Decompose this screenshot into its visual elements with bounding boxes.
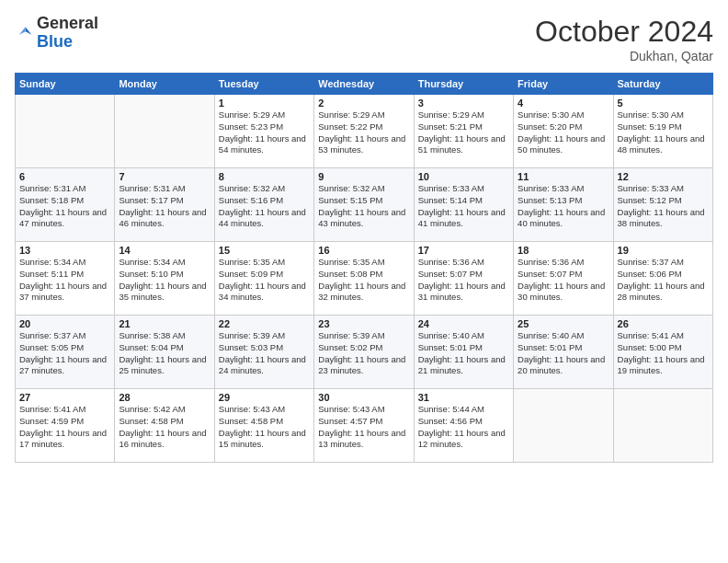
logo-icon xyxy=(15,24,33,42)
week-row-5: 27Sunrise: 5:41 AMSunset: 4:59 PMDayligh… xyxy=(16,389,713,463)
day-info: Sunrise: 5:36 AMSunset: 5:07 PMDaylight:… xyxy=(418,257,509,304)
page-header: General Blue October 2024 Dukhan, Qatar xyxy=(15,15,713,63)
calendar-cell: 5Sunrise: 5:30 AMSunset: 5:19 PMDaylight… xyxy=(613,95,712,168)
calendar-cell: 26Sunrise: 5:41 AMSunset: 5:00 PMDayligh… xyxy=(613,316,712,389)
calendar-cell: 21Sunrise: 5:38 AMSunset: 5:04 PMDayligh… xyxy=(115,316,214,389)
calendar-cell xyxy=(16,95,115,168)
day-info: Sunrise: 5:38 AMSunset: 5:04 PMDaylight:… xyxy=(119,330,210,377)
day-number: 21 xyxy=(119,318,210,329)
calendar-cell: 25Sunrise: 5:40 AMSunset: 5:01 PMDayligh… xyxy=(514,316,613,389)
day-info: Sunrise: 5:29 AMSunset: 5:21 PMDaylight:… xyxy=(418,109,509,156)
title-block: October 2024 Dukhan, Qatar xyxy=(535,15,713,63)
logo-text: General Blue xyxy=(37,15,98,52)
calendar-cell: 12Sunrise: 5:33 AMSunset: 5:12 PMDayligh… xyxy=(613,168,712,242)
calendar-cell: 4Sunrise: 5:30 AMSunset: 5:20 PMDaylight… xyxy=(514,95,613,168)
day-info: Sunrise: 5:35 AMSunset: 5:09 PMDaylight:… xyxy=(219,257,310,304)
col-wednesday: Wednesday xyxy=(314,74,414,95)
svg-marker-1 xyxy=(19,27,26,34)
day-info: Sunrise: 5:41 AMSunset: 4:59 PMDaylight:… xyxy=(19,404,110,451)
day-number: 25 xyxy=(518,318,609,329)
calendar-cell: 27Sunrise: 5:41 AMSunset: 4:59 PMDayligh… xyxy=(16,389,115,463)
day-info: Sunrise: 5:44 AMSunset: 4:56 PMDaylight:… xyxy=(418,404,509,451)
day-number: 30 xyxy=(318,392,409,403)
day-info: Sunrise: 5:31 AMSunset: 5:17 PMDaylight:… xyxy=(119,183,210,230)
day-number: 29 xyxy=(219,392,310,403)
col-thursday: Thursday xyxy=(414,74,513,95)
col-friday: Friday xyxy=(514,74,613,95)
calendar-cell: 24Sunrise: 5:40 AMSunset: 5:01 PMDayligh… xyxy=(414,316,513,389)
day-info: Sunrise: 5:42 AMSunset: 4:58 PMDaylight:… xyxy=(119,404,210,451)
col-monday: Monday xyxy=(115,74,214,95)
day-number: 28 xyxy=(119,392,210,403)
svg-marker-0 xyxy=(26,27,32,34)
calendar-cell xyxy=(613,389,712,463)
day-info: Sunrise: 5:33 AMSunset: 5:12 PMDaylight:… xyxy=(618,183,709,230)
day-number: 31 xyxy=(418,392,509,403)
day-number: 17 xyxy=(418,245,509,256)
day-info: Sunrise: 5:33 AMSunset: 5:14 PMDaylight:… xyxy=(418,183,509,230)
day-info: Sunrise: 5:39 AMSunset: 5:02 PMDaylight:… xyxy=(318,330,409,377)
day-number: 12 xyxy=(618,171,709,182)
calendar-cell: 3Sunrise: 5:29 AMSunset: 5:21 PMDaylight… xyxy=(414,95,513,168)
day-info: Sunrise: 5:37 AMSunset: 5:06 PMDaylight:… xyxy=(618,257,709,304)
calendar-cell: 2Sunrise: 5:29 AMSunset: 5:22 PMDaylight… xyxy=(314,95,414,168)
month-title: October 2024 xyxy=(535,15,713,49)
day-number: 23 xyxy=(318,318,409,329)
day-number: 15 xyxy=(219,245,310,256)
day-number: 6 xyxy=(19,171,110,182)
day-number: 18 xyxy=(518,245,609,256)
calendar-cell xyxy=(514,389,613,463)
day-number: 11 xyxy=(518,171,609,182)
day-number: 26 xyxy=(618,318,709,329)
day-info: Sunrise: 5:29 AMSunset: 5:22 PMDaylight:… xyxy=(318,109,409,156)
day-number: 22 xyxy=(219,318,310,329)
location: Dukhan, Qatar xyxy=(535,49,713,63)
day-number: 10 xyxy=(418,171,509,182)
calendar-cell: 9Sunrise: 5:32 AMSunset: 5:15 PMDaylight… xyxy=(314,168,414,242)
day-info: Sunrise: 5:34 AMSunset: 5:10 PMDaylight:… xyxy=(119,257,210,304)
day-info: Sunrise: 5:43 AMSunset: 4:58 PMDaylight:… xyxy=(219,404,310,451)
day-info: Sunrise: 5:37 AMSunset: 5:05 PMDaylight:… xyxy=(19,330,110,377)
calendar-table: Sunday Monday Tuesday Wednesday Thursday… xyxy=(15,73,713,463)
day-info: Sunrise: 5:41 AMSunset: 5:00 PMDaylight:… xyxy=(618,330,709,377)
calendar-cell: 30Sunrise: 5:43 AMSunset: 4:57 PMDayligh… xyxy=(314,389,414,463)
day-info: Sunrise: 5:31 AMSunset: 5:18 PMDaylight:… xyxy=(19,183,110,230)
calendar-cell xyxy=(115,95,214,168)
day-number: 1 xyxy=(219,98,310,109)
calendar-cell: 29Sunrise: 5:43 AMSunset: 4:58 PMDayligh… xyxy=(214,389,313,463)
calendar-cell: 10Sunrise: 5:33 AMSunset: 5:14 PMDayligh… xyxy=(414,168,513,242)
day-info: Sunrise: 5:40 AMSunset: 5:01 PMDaylight:… xyxy=(418,330,509,377)
calendar-cell: 8Sunrise: 5:32 AMSunset: 5:16 PMDaylight… xyxy=(214,168,313,242)
day-number: 9 xyxy=(318,171,409,182)
day-number: 4 xyxy=(518,98,609,109)
day-info: Sunrise: 5:29 AMSunset: 5:23 PMDaylight:… xyxy=(219,109,310,156)
day-number: 24 xyxy=(418,318,509,329)
day-number: 5 xyxy=(618,98,709,109)
calendar-cell: 16Sunrise: 5:35 AMSunset: 5:08 PMDayligh… xyxy=(314,242,414,316)
day-info: Sunrise: 5:30 AMSunset: 5:20 PMDaylight:… xyxy=(518,109,609,156)
day-number: 14 xyxy=(119,245,210,256)
calendar-cell: 17Sunrise: 5:36 AMSunset: 5:07 PMDayligh… xyxy=(414,242,513,316)
logo: General Blue xyxy=(15,15,98,52)
day-info: Sunrise: 5:34 AMSunset: 5:11 PMDaylight:… xyxy=(19,257,110,304)
calendar-cell: 1Sunrise: 5:29 AMSunset: 5:23 PMDaylight… xyxy=(214,95,313,168)
day-number: 27 xyxy=(19,392,110,403)
calendar-header-row: Sunday Monday Tuesday Wednesday Thursday… xyxy=(16,74,713,95)
calendar-cell: 23Sunrise: 5:39 AMSunset: 5:02 PMDayligh… xyxy=(314,316,414,389)
calendar-cell: 19Sunrise: 5:37 AMSunset: 5:06 PMDayligh… xyxy=(613,242,712,316)
day-info: Sunrise: 5:30 AMSunset: 5:19 PMDaylight:… xyxy=(618,109,709,156)
day-number: 19 xyxy=(618,245,709,256)
day-info: Sunrise: 5:35 AMSunset: 5:08 PMDaylight:… xyxy=(318,257,409,304)
col-tuesday: Tuesday xyxy=(214,74,313,95)
calendar-cell: 14Sunrise: 5:34 AMSunset: 5:10 PMDayligh… xyxy=(115,242,214,316)
week-row-4: 20Sunrise: 5:37 AMSunset: 5:05 PMDayligh… xyxy=(16,316,713,389)
week-row-3: 13Sunrise: 5:34 AMSunset: 5:11 PMDayligh… xyxy=(16,242,713,316)
day-info: Sunrise: 5:43 AMSunset: 4:57 PMDaylight:… xyxy=(318,404,409,451)
calendar-cell: 18Sunrise: 5:36 AMSunset: 5:07 PMDayligh… xyxy=(514,242,613,316)
day-info: Sunrise: 5:32 AMSunset: 5:16 PMDaylight:… xyxy=(219,183,310,230)
calendar-cell: 20Sunrise: 5:37 AMSunset: 5:05 PMDayligh… xyxy=(16,316,115,389)
day-info: Sunrise: 5:32 AMSunset: 5:15 PMDaylight:… xyxy=(318,183,409,230)
day-info: Sunrise: 5:39 AMSunset: 5:03 PMDaylight:… xyxy=(219,330,310,377)
day-number: 7 xyxy=(119,171,210,182)
col-sunday: Sunday xyxy=(16,74,115,95)
